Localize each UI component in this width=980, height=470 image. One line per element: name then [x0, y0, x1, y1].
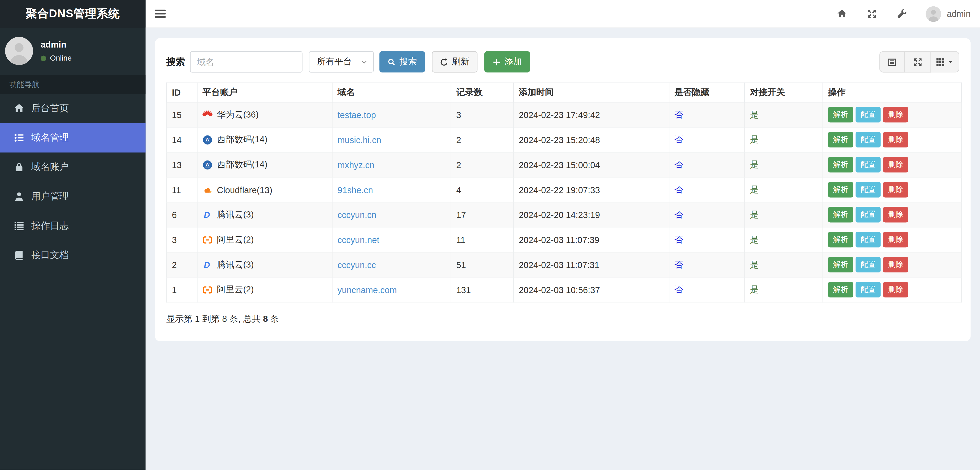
- cell-added-time: 2024-02-03 10:56:37: [514, 277, 669, 302]
- delete-button[interactable]: 删除: [883, 132, 908, 148]
- home-button[interactable]: [827, 9, 857, 19]
- pagination-toggle-button[interactable]: [879, 51, 905, 72]
- config-button[interactable]: 配置: [856, 282, 881, 297]
- fullscreen-button[interactable]: [857, 9, 887, 19]
- delete-button[interactable]: 删除: [883, 157, 908, 173]
- sidebar-item-label: 域名账户: [31, 161, 69, 173]
- switch-toggle-link[interactable]: 是: [750, 284, 759, 294]
- domain-link[interactable]: cccyun.cc: [337, 260, 376, 270]
- grid-icon: [935, 57, 945, 67]
- config-button[interactable]: 配置: [856, 107, 881, 122]
- switch-toggle-link[interactable]: 是: [750, 109, 759, 119]
- cell-id: 11: [167, 177, 197, 202]
- wrench-icon: [897, 9, 907, 19]
- resolve-button[interactable]: 解析: [828, 182, 853, 198]
- hidden-toggle-link[interactable]: 否: [674, 184, 683, 194]
- columns-dropdown-button[interactable]: [931, 51, 959, 72]
- refresh-button[interactable]: 刷新: [432, 51, 477, 72]
- sidebar-item-home[interactable]: 后台首页: [0, 94, 146, 123]
- sidebar-item-lock[interactable]: 域名账户: [0, 152, 146, 182]
- hidden-toggle-link[interactable]: 否: [674, 134, 683, 144]
- delete-button[interactable]: 删除: [883, 282, 908, 297]
- cell-id: 6: [167, 202, 197, 227]
- cell-added-time: 2024-02-20 14:23:19: [514, 202, 669, 227]
- switch-toggle-link[interactable]: 是: [750, 259, 759, 269]
- delete-button[interactable]: 删除: [883, 107, 908, 122]
- sidebar-item-list[interactable]: 域名管理: [0, 123, 146, 152]
- domain-link[interactable]: yuncname.com: [337, 285, 397, 295]
- search-button[interactable]: 搜索: [379, 51, 425, 72]
- sidebar-toggle-button[interactable]: [155, 10, 165, 18]
- switch-toggle-link[interactable]: 是: [750, 184, 759, 194]
- user-name: admin: [41, 40, 72, 49]
- user-status-link[interactable]: Online: [41, 54, 72, 62]
- switch-toggle-link[interactable]: 是: [750, 134, 759, 144]
- switch-toggle-link[interactable]: 是: [750, 234, 759, 244]
- resolve-button[interactable]: 解析: [828, 157, 853, 173]
- config-button[interactable]: 配置: [856, 257, 881, 272]
- sidebar: 聚合DNS管理系统 admin Online 功能导航 后台首页域名管理域名账户…: [0, 0, 146, 470]
- domain-link[interactable]: cccyun.cn: [337, 210, 376, 219]
- domain-link[interactable]: music.hi.cn: [337, 135, 381, 144]
- hidden-toggle-link[interactable]: 否: [674, 109, 683, 119]
- resolve-button[interactable]: 解析: [828, 207, 853, 222]
- cell-records: 3: [451, 102, 514, 127]
- delete-button[interactable]: 删除: [883, 207, 908, 222]
- domain-link[interactable]: mxhyz.cn: [337, 160, 374, 170]
- switch-toggle-link[interactable]: 是: [750, 159, 759, 169]
- column-header-7: 操作: [823, 83, 962, 102]
- resolve-button[interactable]: 解析: [828, 257, 853, 272]
- add-button[interactable]: 添加: [484, 51, 530, 72]
- domain-search-input[interactable]: [190, 51, 302, 72]
- table-row: 6D腾讯云(3)cccyun.cn172024-02-20 14:23:19否是…: [167, 202, 962, 227]
- user-status-label: Online: [50, 54, 72, 62]
- svg-text:w: w: [205, 161, 210, 167]
- sidebar-item-label: 操作日志: [31, 220, 69, 232]
- domain-link[interactable]: 91she.cn: [337, 185, 373, 195]
- sidebar-item-log-list[interactable]: 操作日志: [0, 211, 146, 240]
- domain-link[interactable]: testae.top: [337, 110, 376, 120]
- config-button[interactable]: 配置: [856, 157, 881, 173]
- hidden-toggle-link[interactable]: 否: [674, 159, 683, 169]
- domain-link[interactable]: cccyun.net: [337, 235, 379, 245]
- delete-button[interactable]: 删除: [883, 232, 908, 248]
- cell-id: 15: [167, 102, 197, 127]
- config-button[interactable]: 配置: [856, 182, 881, 198]
- cloudflare-icon: [202, 185, 212, 195]
- dnspod-icon: D: [202, 210, 212, 219]
- config-button[interactable]: 配置: [856, 232, 881, 248]
- cell-id: 13: [167, 152, 197, 177]
- config-button[interactable]: 配置: [856, 207, 881, 222]
- config-button[interactable]: 配置: [856, 132, 881, 148]
- platform-name: Cloudflare(13): [217, 185, 272, 195]
- table-view-icon: [888, 57, 897, 67]
- hidden-toggle-link[interactable]: 否: [674, 234, 683, 244]
- home-icon: [14, 103, 25, 114]
- hidden-toggle-link[interactable]: 否: [674, 284, 683, 294]
- platform-select[interactable]: 所有平台: [309, 51, 374, 72]
- delete-button[interactable]: 删除: [883, 182, 908, 198]
- cell-records: 4: [451, 177, 514, 202]
- sidebar-item-book[interactable]: 接口文档: [0, 240, 146, 270]
- switch-toggle-link[interactable]: 是: [750, 209, 759, 219]
- hidden-toggle-link[interactable]: 否: [674, 259, 683, 269]
- resolve-button[interactable]: 解析: [828, 232, 853, 248]
- content: 搜索 所有平台 搜索 刷新: [146, 28, 980, 470]
- dnspod-icon: D: [202, 260, 212, 270]
- expand-icon: [913, 57, 922, 67]
- table-fullscreen-button[interactable]: [905, 51, 931, 72]
- resolve-button[interactable]: 解析: [828, 107, 853, 122]
- cell-added-time: 2024-02-03 11:07:31: [514, 252, 669, 277]
- resolve-button[interactable]: 解析: [828, 132, 853, 148]
- resolve-button[interactable]: 解析: [828, 282, 853, 297]
- platform-select-value: 所有平台: [317, 56, 352, 67]
- huawei-cloud-icon: [202, 110, 212, 120]
- svg-text:w: w: [205, 136, 210, 141]
- table-row: 11Cloudflare(13)91she.cn42024-02-22 19:0…: [167, 177, 962, 202]
- delete-button[interactable]: 删除: [883, 257, 908, 272]
- settings-button[interactable]: [887, 9, 916, 19]
- hidden-toggle-link[interactable]: 否: [674, 209, 683, 219]
- sidebar-item-user[interactable]: 用户管理: [0, 182, 146, 211]
- domains-table: ID平台账户域名记录数添加时间是否隐藏对接开关操作 15华为云(36)testa…: [166, 83, 962, 303]
- user-menu[interactable]: admin: [917, 6, 971, 21]
